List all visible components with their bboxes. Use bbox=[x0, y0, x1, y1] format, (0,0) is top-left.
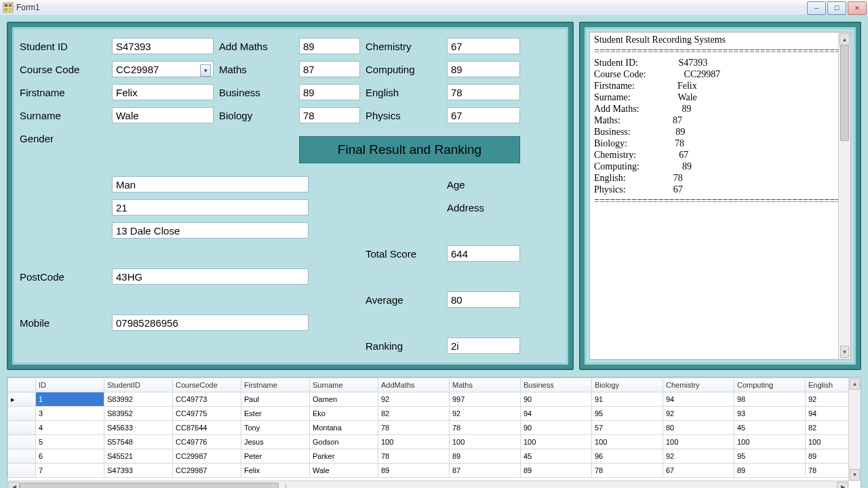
table-cell[interactable]: 89 bbox=[521, 464, 592, 478]
table-cell[interactable]: Montana bbox=[310, 421, 378, 435]
titlebar[interactable]: Form1 ─ ☐ ✕ bbox=[0, 0, 868, 16]
table-cell[interactable]: 87 bbox=[450, 464, 521, 478]
table-cell[interactable]: 7 bbox=[36, 464, 104, 478]
table-cell[interactable]: Wale bbox=[310, 464, 378, 478]
address-field[interactable] bbox=[112, 222, 309, 239]
table-cell[interactable]: Oamen bbox=[310, 392, 378, 407]
table-cell[interactable]: S45521 bbox=[104, 449, 173, 464]
table-cell[interactable]: Jesus bbox=[241, 435, 310, 449]
table-cell[interactable]: 92 bbox=[663, 407, 734, 421]
table-cell[interactable]: CC29987 bbox=[173, 464, 241, 478]
table-cell[interactable]: Paul bbox=[241, 392, 310, 407]
scroll-left-icon[interactable]: ◀ bbox=[8, 482, 20, 488]
biology-field[interactable] bbox=[299, 107, 360, 123]
scroll-up-icon[interactable]: ▲ bbox=[850, 378, 860, 390]
grid-v-scrollbar[interactable]: ▲ ▼ bbox=[848, 378, 861, 481]
total-score-field[interactable] bbox=[447, 245, 520, 262]
column-header[interactable]: Firstname bbox=[241, 378, 310, 392]
column-header[interactable]: AddMaths bbox=[378, 378, 450, 392]
table-cell[interactable]: Felix bbox=[241, 464, 310, 478]
table-cell[interactable]: Ester bbox=[241, 407, 310, 421]
table-row[interactable]: 7S47393CC29987FelixWale8987897867897867 bbox=[8, 464, 862, 478]
table-cell[interactable]: 3 bbox=[36, 407, 104, 421]
table-row[interactable]: 4S45633CC87644TonyMontana787890578045825… bbox=[8, 421, 862, 435]
column-header[interactable]: Business bbox=[521, 378, 592, 392]
table-cell[interactable]: 89 bbox=[734, 464, 806, 478]
table-row[interactable]: 6S45521CC29987PeterParker788945969295899… bbox=[8, 449, 862, 464]
table-cell[interactable]: Godson bbox=[310, 435, 378, 449]
table-row[interactable]: 5S57548CC49776JesusGodson100100100100100… bbox=[8, 435, 862, 449]
table-cell[interactable]: 78 bbox=[378, 449, 450, 464]
table-cell[interactable]: Parker bbox=[310, 449, 378, 464]
mobile-field[interactable] bbox=[112, 314, 309, 331]
datagrid[interactable]: IDStudentIDCourseCodeFirstnameSurnameAdd… bbox=[7, 377, 861, 488]
table-cell[interactable]: S47393 bbox=[104, 464, 173, 478]
receipt-scrollbar[interactable]: ▲ ▼ bbox=[838, 33, 850, 359]
table-cell[interactable]: Tony bbox=[241, 421, 310, 435]
grid-h-scrollbar[interactable]: ◀ ▶ bbox=[7, 481, 849, 488]
column-header[interactable]: Biology bbox=[592, 378, 663, 392]
table-cell[interactable]: 78 bbox=[592, 464, 663, 478]
minimize-button[interactable]: ─ bbox=[807, 1, 826, 15]
firstname-field[interactable] bbox=[112, 84, 214, 100]
column-header[interactable]: Surname bbox=[310, 378, 378, 392]
table-cell[interactable]: 94 bbox=[521, 407, 592, 421]
table-cell[interactable]: 100 bbox=[663, 435, 734, 449]
scroll-right-icon[interactable]: ▶ bbox=[837, 482, 848, 488]
postcode-field[interactable] bbox=[112, 268, 309, 285]
table-cell[interactable]: 89 bbox=[450, 449, 521, 464]
table-cell[interactable]: Eko bbox=[310, 407, 378, 421]
physics-field[interactable] bbox=[447, 107, 520, 123]
scroll-down-icon[interactable]: ▼ bbox=[840, 346, 849, 358]
scroll-thumb[interactable] bbox=[840, 45, 849, 141]
table-cell[interactable]: 98 bbox=[734, 392, 806, 407]
table-cell[interactable]: 96 bbox=[592, 449, 663, 464]
course-code-combo[interactable]: ▾ bbox=[112, 61, 214, 77]
column-header[interactable]: CourseCode bbox=[173, 378, 241, 392]
computing-field[interactable] bbox=[447, 61, 520, 77]
table-cell[interactable]: 78 bbox=[450, 421, 521, 435]
column-header[interactable]: StudentID bbox=[104, 378, 173, 392]
table-cell[interactable]: 997 bbox=[450, 392, 521, 407]
table-row[interactable]: 3S83952CC49775EsterEko8292949592939497 bbox=[8, 407, 862, 421]
table-cell[interactable]: 45 bbox=[521, 449, 592, 464]
scroll-thumb[interactable] bbox=[20, 483, 279, 488]
column-header[interactable]: Chemistry bbox=[663, 378, 734, 392]
table-cell[interactable]: 100 bbox=[450, 435, 521, 449]
average-field[interactable] bbox=[447, 291, 520, 308]
gender-field[interactable] bbox=[112, 176, 309, 192]
table-cell[interactable]: 94 bbox=[663, 392, 734, 407]
surname-field[interactable] bbox=[112, 107, 214, 123]
receipt-textarea[interactable]: Student Result Recording Systems =======… bbox=[589, 32, 851, 360]
table-cell[interactable]: 90 bbox=[521, 421, 592, 435]
table-cell[interactable]: S57548 bbox=[104, 435, 173, 449]
business-field[interactable] bbox=[299, 84, 360, 100]
table-cell[interactable]: 100 bbox=[521, 435, 592, 449]
student-id-field[interactable] bbox=[112, 38, 214, 54]
column-header[interactable]: Computing bbox=[734, 378, 806, 392]
table-cell[interactable]: CC49773 bbox=[173, 392, 241, 407]
table-cell[interactable]: 100 bbox=[378, 435, 450, 449]
ranking-field[interactable] bbox=[447, 338, 520, 354]
add-maths-field[interactable] bbox=[299, 38, 360, 54]
table-cell[interactable]: 82 bbox=[378, 407, 450, 421]
table-cell[interactable]: S83952 bbox=[104, 407, 173, 421]
table-cell[interactable]: CC29987 bbox=[173, 449, 241, 464]
table-cell[interactable]: 92 bbox=[663, 449, 734, 464]
age-field[interactable] bbox=[112, 199, 309, 216]
table-cell[interactable]: S83992 bbox=[104, 392, 173, 407]
column-header[interactable]: ID bbox=[36, 378, 104, 392]
table-cell[interactable]: 95 bbox=[592, 407, 663, 421]
chevron-down-icon[interactable]: ▾ bbox=[200, 64, 211, 77]
close-button[interactable]: ✕ bbox=[848, 1, 867, 15]
table-cell[interactable]: 1 bbox=[36, 392, 104, 407]
scroll-down-icon[interactable]: ▼ bbox=[850, 469, 860, 481]
column-header[interactable]: Maths bbox=[450, 378, 521, 392]
table-cell[interactable]: 90 bbox=[521, 392, 592, 407]
table-cell[interactable]: 100 bbox=[734, 435, 806, 449]
table-cell[interactable]: 91 bbox=[592, 392, 663, 407]
maths-field[interactable] bbox=[299, 61, 360, 77]
table-cell[interactable]: 6 bbox=[36, 449, 104, 464]
table-cell[interactable]: 45 bbox=[734, 421, 806, 435]
table-cell[interactable]: CC87644 bbox=[173, 421, 241, 435]
